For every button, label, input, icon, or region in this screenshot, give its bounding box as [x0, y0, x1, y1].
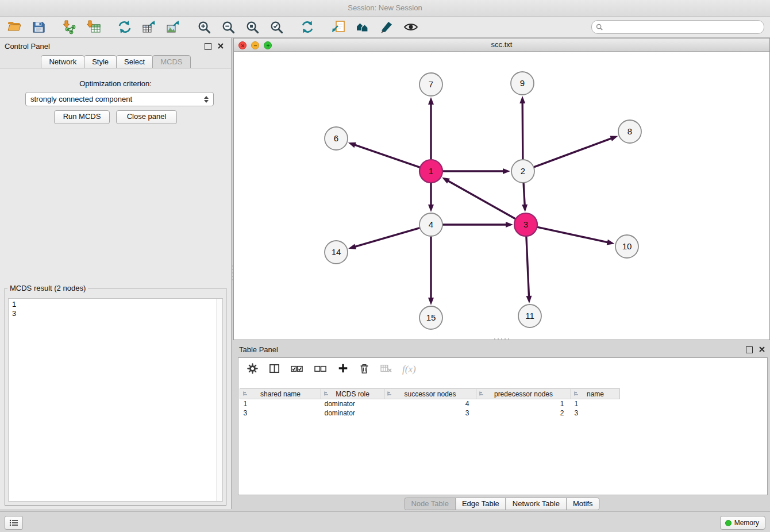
tab-edge-table[interactable]: Edge Table	[455, 498, 506, 510]
column-header-successor-nodes[interactable]: successor nodes	[384, 389, 476, 399]
tab-network-table[interactable]: Network Table	[506, 498, 567, 510]
function-builder-button[interactable]: f(x)	[402, 364, 416, 375]
tab-network[interactable]: Network	[41, 55, 84, 68]
export-table-button[interactable]	[140, 18, 157, 36]
export-image-button[interactable]	[164, 18, 182, 36]
table-cell[interactable]: 3	[240, 408, 321, 418]
select-all-columns-button[interactable]	[290, 363, 304, 377]
panel-menu-button[interactable]	[5, 516, 23, 530]
folder-icon	[7, 20, 22, 34]
memory-status-icon	[725, 520, 732, 526]
sort-icon	[324, 391, 329, 399]
save-session-button[interactable]	[30, 18, 47, 36]
close-table-panel-button[interactable]	[759, 346, 765, 353]
table-panel: Table Panel	[233, 341, 770, 509]
graph-arrowhead	[428, 298, 434, 305]
tab-node-table[interactable]: Node Table	[404, 498, 456, 510]
open-session-button[interactable]	[6, 18, 23, 36]
table-cell[interactable]: 1	[476, 399, 571, 409]
brush-icon	[379, 20, 394, 34]
horizontal-splitter-handle[interactable]	[494, 338, 509, 340]
network-window-titlebar[interactable]: scc.txt	[234, 38, 769, 52]
show-graphics-details-button[interactable]	[402, 18, 419, 36]
columns-icon	[268, 363, 280, 375]
table-cell[interactable]: dominator	[321, 408, 384, 418]
graph-edge-3-1[interactable]	[448, 181, 515, 219]
sort-icon	[479, 391, 484, 399]
float-table-panel-button[interactable]	[746, 346, 753, 353]
graph-edge-2-8[interactable]	[534, 138, 611, 167]
node-table: shared name MCDS role successor nodes	[240, 388, 620, 418]
table-toolbar: f(x)	[238, 358, 767, 381]
zoom-in-button[interactable]	[195, 18, 213, 36]
export-group	[116, 18, 182, 36]
table-cell[interactable]: 3	[571, 408, 620, 418]
column-header-mcds-role[interactable]: MCDS role	[321, 389, 384, 399]
run-mcds-button[interactable]: Run MCDS	[54, 110, 110, 124]
tab-motifs[interactable]: Motifs	[566, 498, 600, 510]
table-row[interactable]: 3dominator323	[240, 408, 620, 418]
criterion-select[interactable]: strongly connected component	[25, 92, 214, 106]
graph-edge-2-9[interactable]	[522, 103, 523, 159]
table-panel-tabs: Node Table Edge Table Network Table Moti…	[404, 498, 599, 510]
zoom-selected-button[interactable]	[268, 18, 285, 36]
new-network-selection-button[interactable]	[330, 18, 347, 36]
column-header-shared-name[interactable]: shared name	[240, 389, 321, 399]
import-network-button[interactable]	[61, 18, 78, 36]
graph-edge-3-10[interactable]	[538, 227, 607, 242]
column-header-name[interactable]: name	[571, 389, 620, 399]
mcds-result-area[interactable]: 1 3	[8, 298, 223, 502]
search-field[interactable]	[591, 20, 764, 34]
graph-edge-2-3[interactable]	[523, 183, 525, 205]
search-input[interactable]	[605, 21, 764, 33]
table-cell[interactable]: dominator	[321, 399, 384, 409]
import-group	[61, 18, 102, 36]
table-cell[interactable]: 4	[384, 399, 476, 409]
refresh-layout-button[interactable]	[299, 18, 316, 36]
graph-arrowhead	[506, 222, 513, 228]
graph-node-label: 9	[520, 78, 525, 88]
table-cell[interactable]: 2	[476, 408, 571, 418]
table-row[interactable]: 1dominator411	[240, 399, 620, 409]
tab-mcds[interactable]: MCDS	[152, 55, 190, 68]
select-stepper-icon	[204, 96, 209, 103]
float-panel-button[interactable]	[205, 43, 211, 50]
control-panel-header: Control Panel	[0, 38, 231, 54]
table-cell[interactable]: 1	[240, 399, 321, 409]
import-table-button[interactable]	[85, 18, 102, 36]
tab-style[interactable]: Style	[84, 55, 117, 68]
graph-node-label: 1	[429, 166, 433, 176]
export-network-button[interactable]	[116, 18, 133, 36]
create-column-button[interactable]	[337, 363, 349, 376]
close-panel-button-mcds[interactable]: Close panel	[116, 110, 177, 124]
zoom-out-button[interactable]	[220, 18, 237, 36]
close-window-icon[interactable]	[238, 41, 247, 49]
show-columns-button[interactable]	[268, 363, 280, 377]
graph-arrowhead	[610, 136, 618, 141]
table-cell[interactable]: 1	[571, 399, 620, 409]
column-header-predecessor-nodes[interactable]: predecessor nodes	[476, 389, 571, 399]
status-bar: Memory	[0, 511, 770, 532]
apply-style-button[interactable]	[378, 18, 395, 36]
close-panel-button[interactable]	[217, 43, 224, 49]
graph-edge-1-6[interactable]	[355, 145, 419, 167]
delete-table-button[interactable]	[380, 363, 392, 376]
vertical-splitter-handle[interactable]	[231, 265, 233, 280]
delete-column-button[interactable]	[359, 363, 370, 377]
deselect-all-columns-button[interactable]	[314, 363, 328, 377]
graph-edge-3-11[interactable]	[526, 237, 529, 296]
first-neighbors-button[interactable]	[354, 18, 371, 36]
view-group	[330, 18, 419, 36]
houses-icon	[355, 20, 370, 34]
graph-node-label: 7	[429, 79, 433, 89]
network-canvas[interactable]: 7968124314101511	[234, 51, 769, 340]
table-cell[interactable]: 3	[384, 408, 476, 418]
minimize-window-icon[interactable]	[251, 41, 259, 49]
zoom-fit-button[interactable]	[244, 18, 261, 36]
memory-button[interactable]: Memory	[720, 516, 765, 530]
graph-arrowhead	[442, 178, 450, 184]
graph-edge-4-14[interactable]	[356, 228, 419, 246]
table-settings-button[interactable]	[247, 363, 259, 377]
maximize-window-icon[interactable]	[264, 41, 272, 49]
tab-select[interactable]: Select	[116, 55, 153, 68]
